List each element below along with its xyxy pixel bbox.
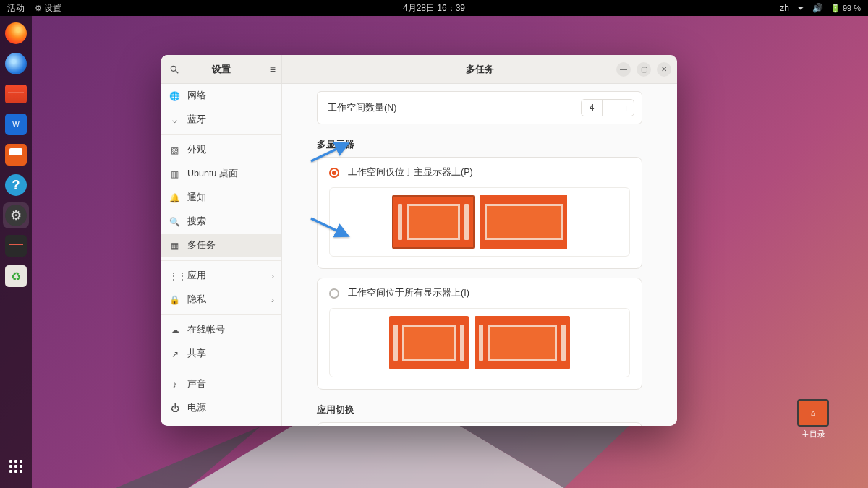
titlebar: 设置 ≡ 多任务 — ▢ ✕ [161, 55, 677, 84]
workspaces-count-row: 工作空间数量(N) 4 − + [317, 91, 642, 124]
option-workspaces-primary[interactable]: 工作空间仅位于主显示器上(P) [318, 158, 642, 187]
network-icon[interactable]: ⏷ [796, 3, 805, 13]
spin-increment-button[interactable]: + [618, 100, 634, 116]
dock: W ? ⚙ ♻ [0, 16, 32, 488]
input-source-indicator[interactable]: zh [780, 3, 789, 13]
power-icon: ⏻ [169, 403, 180, 414]
dock-files[interactable] [3, 81, 29, 107]
apps-icon: ⋮⋮ [169, 271, 180, 281]
sidebar-item-label: 网络 [187, 90, 206, 102]
appearance-icon: ▧ [169, 145, 180, 155]
option-switch-all[interactable]: 包括所有工作空间的应用(W) [318, 423, 642, 426]
multi-display-card: 工作空间仅位于主显示器上(P) [317, 157, 642, 269]
dock-thunderbird[interactable] [3, 51, 29, 77]
radio-icon [329, 288, 339, 299]
desktop-home-label: 主目录 [793, 429, 833, 440]
option-label: 工作空间仅位于主显示器上(P) [348, 166, 473, 179]
share-icon: ↗ [169, 349, 180, 359]
sidebar-item-label: 蓝牙 [187, 114, 206, 126]
hamburger-button[interactable]: ≡ [270, 64, 276, 75]
sidebar-item-label: 多任务 [187, 239, 216, 252]
illustration-primary [318, 187, 642, 268]
workspaces-count-label: 工作空间数量(N) [328, 102, 396, 114]
battery-indicator[interactable]: 🔋 99 % [830, 4, 861, 13]
dock-settings[interactable]: ⚙ [3, 202, 29, 228]
dock-help[interactable]: ? [3, 172, 29, 198]
sidebar-item-sharing[interactable]: ↗共享 [161, 342, 281, 366]
sidebar-item-ubuntu-desktop[interactable]: ▥Ubuntu 桌面 [161, 162, 281, 186]
multi-display-header: 多显示器 [317, 139, 642, 151]
sidebar-item-search[interactable]: 🔍搜索 [161, 210, 281, 234]
dock-trash[interactable]: ♻ [3, 263, 29, 289]
sidebar-title: 设置 [161, 63, 281, 76]
app-menu[interactable]: ⚙ 设置 [35, 2, 61, 14]
lock-icon: 🔒 [169, 295, 180, 305]
app-switching-card: 包括所有工作空间的应用(W) 仅包括当前工作空间中的应用(C) [317, 422, 642, 426]
sidebar-item-label: Ubuntu 桌面 [187, 168, 238, 180]
sidebar-item-appearance[interactable]: ▧外观 [161, 138, 281, 162]
cloud-icon: ☁ [169, 325, 180, 335]
sidebar-item-label: 应用 [187, 270, 206, 282]
settings-window: 设置 ≡ 多任务 — ▢ ✕ 🌐网络 ⌵蓝牙 ▧外观 ▥Ubuntu 桌面 🔔通… [161, 55, 677, 426]
sidebar-item-bluetooth[interactable]: ⌵蓝牙 [161, 108, 281, 132]
gear-icon: ⚙ [35, 4, 42, 12]
sidebar-item-sound[interactable]: ♪声音 [161, 372, 281, 396]
option-label: 工作空间位于所有显示器上(I) [348, 287, 469, 299]
sidebar-item-notifications[interactable]: 🔔通知 [161, 186, 281, 210]
settings-sidebar[interactable]: 🌐网络 ⌵蓝牙 ▧外观 ▥Ubuntu 桌面 🔔通知 🔍搜索 ▦多任务 ⋮⋮应用… [161, 84, 282, 426]
desktop-home-folder[interactable]: ⌂ 主目录 [793, 399, 833, 440]
settings-content[interactable]: 工作空间数量(N) 4 − + 多显示器 工作空间仅位于主显示器上(P) [282, 84, 677, 426]
annotation-arrow-2 [308, 215, 352, 243]
window-maximize-button[interactable]: ▢ [637, 62, 651, 77]
option-workspaces-all[interactable]: 工作空间位于所有显示器上(I) [318, 278, 642, 308]
sidebar-item-apps[interactable]: ⋮⋮应用› [161, 264, 281, 288]
svg-line-4 [311, 218, 347, 236]
show-applications-button[interactable] [3, 453, 29, 479]
sound-icon: ♪ [169, 380, 180, 390]
desktop-icon: ▥ [169, 169, 180, 179]
sidebar-item-label: 隐私 [187, 294, 206, 306]
dock-firefox[interactable] [3, 20, 29, 46]
chevron-right-icon: › [271, 271, 274, 281]
multitasking-icon: ▦ [169, 241, 180, 251]
illustration-all [318, 308, 642, 389]
sidebar-item-label: 声音 [187, 378, 206, 390]
dock-system-monitor[interactable] [3, 233, 29, 259]
sidebar-item-multitasking[interactable]: ▦多任务 [161, 234, 281, 257]
annotation-arrow-1 [308, 140, 352, 167]
svg-marker-2 [116, 427, 260, 488]
page-title: 多任务 [466, 63, 494, 76]
activities-button[interactable]: 活动 [7, 2, 25, 14]
dock-software[interactable] [3, 142, 29, 168]
workspaces-count-value: 4 [582, 103, 602, 113]
svg-line-3 [311, 144, 347, 161]
sidebar-item-displays[interactable]: 🖵显示器 [161, 420, 281, 426]
sidebar-item-label: 共享 [187, 348, 206, 360]
workspaces-count-spinner: 4 − + [581, 99, 634, 116]
window-close-button[interactable]: ✕ [657, 62, 671, 77]
network-icon: 🌐 [169, 91, 180, 101]
volume-icon[interactable]: 🔊 [812, 3, 823, 13]
clock[interactable]: 4月28日 16：39 [403, 2, 465, 14]
sidebar-item-label: 外观 [187, 144, 206, 156]
sidebar-item-online-accounts[interactable]: ☁在线帐号 [161, 318, 281, 342]
spin-decrement-button[interactable]: − [602, 100, 618, 116]
bluetooth-icon: ⌵ [169, 115, 180, 125]
dock-writer[interactable]: W [3, 111, 29, 137]
multi-display-card-all: 工作空间位于所有显示器上(I) [317, 278, 642, 390]
chevron-right-icon: › [271, 295, 274, 305]
sidebar-item-privacy[interactable]: 🔒隐私› [161, 288, 281, 312]
sidebar-item-network[interactable]: 🌐网络 [161, 84, 281, 108]
sidebar-item-power[interactable]: ⏻电源 [161, 396, 281, 420]
window-minimize-button[interactable]: — [616, 62, 631, 77]
sidebar-item-label: 通知 [187, 192, 206, 204]
radio-icon [329, 168, 339, 178]
bell-icon: 🔔 [169, 193, 180, 203]
sidebar-item-label: 电源 [187, 402, 206, 414]
app-switching-header: 应用切换 [317, 404, 642, 416]
search-icon: 🔍 [169, 217, 180, 227]
home-icon: ⌂ [797, 399, 829, 427]
app-menu-label: 设置 [44, 3, 61, 13]
sidebar-item-label: 在线帐号 [187, 324, 225, 336]
sidebar-item-label: 搜索 [187, 215, 206, 228]
